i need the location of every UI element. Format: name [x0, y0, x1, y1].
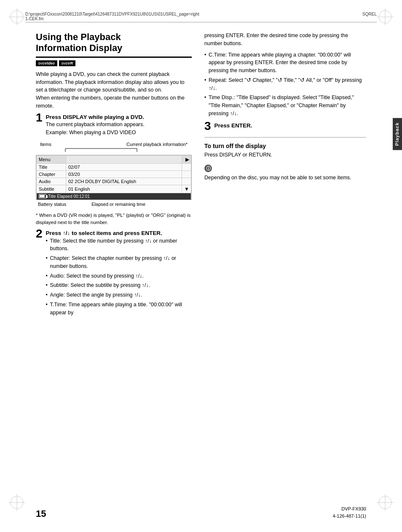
step-2-bullets: Title: Select the title number by pressi… — [46, 237, 192, 317]
page-number: 15 — [36, 508, 46, 519]
items-label: Items — [40, 142, 51, 147]
reg-mark-tl — [8, 8, 25, 25]
note-section: ⓘ Depending on the disc, you may not be … — [204, 165, 366, 182]
model-name: DVP-FX930 — [333, 505, 367, 513]
step-3-number: 3 — [204, 120, 211, 132]
step-2-content: Press ↑/↓ to select items and press ENTE… — [46, 230, 192, 318]
header-bar: D:\project\FOxxcon\20081210\Target\41264… — [25, 12, 377, 22]
list-item: Audio: Select the sound by pressing ↑/↓. — [46, 272, 192, 280]
step-1-content: Press DISPLAY while playing a DVD. The c… — [46, 113, 192, 137]
elapsed-text: Title Elapsed 00:12:01 — [48, 194, 90, 199]
list-item: Subtitle: Select the subtitle by pressin… — [46, 281, 192, 289]
battery-icon — [39, 194, 46, 198]
dvd-vr-badge: DVDVR — [59, 60, 75, 66]
header-left: D:\project\FOxxcon\20081210\Target\41264… — [25, 12, 199, 21]
list-item: Repeat: Select "↺ Chapter," "↺ Title," "… — [204, 76, 366, 92]
note-body: Depending on the disc, you may not be ab… — [204, 174, 366, 182]
right-bullets: C.Time: Time appears while playing a cha… — [204, 51, 366, 118]
step-2-number: 2 — [36, 228, 43, 318]
table-row: Menu ▶ — [37, 155, 191, 163]
asterisk-note: * When a DVD (VR mode) is played, "PL" (… — [36, 212, 192, 227]
turn-off-title: To turn off the display — [204, 143, 366, 149]
battery-label: Battery status — [38, 202, 66, 207]
diagram-bottom-row: Title Elapsed 00:12:01 — [37, 193, 191, 200]
diagram-labels-top: Items Current playback information* — [36, 142, 192, 147]
diagram-table: Menu ▶ Title 02/07 Chapter 03/20 — [36, 155, 191, 193]
current-info-label: Current playback information* — [126, 142, 188, 147]
divider — [204, 137, 366, 138]
list-item: Time Disp.: "Title Elapsed" is displayed… — [204, 94, 366, 117]
list-item: Angle: Select the angle by pressing ↑/↓. — [46, 291, 192, 299]
main-content: Using the Playback Information Display D… — [36, 32, 366, 498]
reg-mark-bl — [8, 494, 25, 511]
dvd-video-badge: DVDVideo — [36, 60, 57, 66]
table-row: Audio 02 2CH DOLBY DIGITAL English — [37, 178, 191, 185]
display-diagram: Items Current playback information* Menu — [36, 142, 192, 207]
left-column: Using the Playback Information Display D… — [36, 32, 192, 322]
header-right: SQREL — [362, 12, 377, 21]
reg-mark-br — [377, 494, 394, 511]
turn-off-body: Press DISPLAY or RETURN. — [204, 151, 366, 159]
elapsed-label: Elapsed or remaining time — [91, 202, 145, 207]
step-1: 1 Press DISPLAY while playing a DVD. The… — [36, 113, 192, 137]
step-3: 3 Press ENTER. — [204, 122, 366, 132]
step-1-number: 1 — [36, 112, 43, 137]
reg-mark-tr — [377, 8, 394, 25]
table-row: Title 02/07 — [37, 163, 191, 170]
step-3-heading: Press ENTER. — [214, 122, 366, 130]
diagram-box: Menu ▶ Title 02/07 Chapter 03/20 — [36, 155, 192, 200]
diagram-labels-bottom: Battery status Elapsed or remaining time — [36, 202, 192, 207]
step-1-body: The current playback information appears… — [46, 121, 192, 137]
section-title: Using the Playback Information Display — [36, 32, 192, 58]
step-1-heading: Press DISPLAY while playing a DVD. — [46, 113, 192, 121]
list-item: C.Time: Time appears while playing a cha… — [204, 51, 366, 75]
table-row: Chapter 03/20 — [37, 170, 191, 178]
list-item: Chapter: Select the chapter number by pr… — [46, 254, 192, 270]
badge-row: DVDVideo DVDVR — [36, 60, 192, 66]
continued-text: pressing ENTER. Enter the desired time c… — [204, 32, 366, 48]
right-column: pressing ENTER. Enter the desired time c… — [204, 32, 366, 322]
step-3-content: Press ENTER. — [214, 122, 366, 132]
connector-svg — [53, 148, 171, 153]
intro-text: While playing a DVD, you can check the c… — [36, 70, 192, 110]
footer: 15 DVP-FX930 4-126-487-11(1) — [36, 505, 366, 519]
note-icon: ⓘ — [204, 165, 212, 172]
list-item: T.Time: Time appears while playing a tit… — [46, 301, 192, 317]
playback-side-tab: Playback — [393, 118, 402, 150]
step-2: 2 Press ↑/↓ to select items and press EN… — [36, 230, 192, 318]
part-number: 4-126-487-11(1) — [333, 513, 367, 520]
turn-off-section: To turn off the display Press DISPLAY or… — [204, 143, 366, 159]
table-row: Subtitle 01 English ▼ — [37, 185, 191, 193]
model-info: DVP-FX930 4-126-487-11(1) — [333, 505, 367, 519]
step-2-heading: Press ↑/↓ to select items and press ENTE… — [46, 230, 192, 237]
list-item: Title: Select the title number by pressi… — [46, 237, 192, 253]
